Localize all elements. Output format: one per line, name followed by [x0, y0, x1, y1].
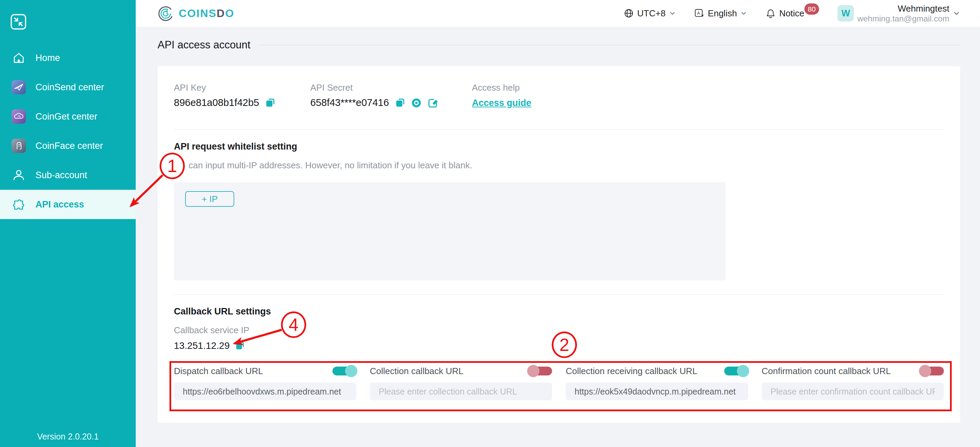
callback-heading: Callback URL settings	[174, 306, 944, 317]
sidebar-item-label: Home	[35, 53, 60, 63]
add-ip-button[interactable]: + IP	[185, 191, 234, 207]
app-version: Version 2.0.20.1	[0, 432, 136, 442]
bell-icon	[765, 8, 776, 18]
whitelist-heading: API request whitelist setting	[174, 141, 944, 152]
callback-service-ip-label: Callback service IP	[174, 325, 944, 336]
sidebar-item-label: CoinSend center	[35, 82, 104, 93]
sidebar-item-label: Sub-account	[35, 170, 87, 181]
coinsdo-logo-mark	[158, 5, 174, 22]
coinface-icon	[11, 138, 27, 154]
whitelist-description: can input multi-IP addresses. However, n…	[189, 160, 944, 171]
sidebar-item-label: CoinFace center	[35, 141, 103, 151]
toggle-knob	[919, 365, 931, 377]
brand-logo[interactable]: COINSDO	[158, 5, 234, 22]
top-header: COINSDO UTC+8 A English	[136, 0, 980, 27]
home-icon	[11, 50, 27, 66]
notice-button[interactable]: Notice 80	[765, 8, 819, 19]
sidebar-item-coinsend[interactable]: CoinSend center	[0, 73, 136, 102]
globe-icon	[624, 8, 634, 18]
dispatch-callback-column: Dispatch callback URL	[174, 365, 356, 400]
translate-icon: A	[694, 8, 705, 18]
user-name: Wehmingtest	[898, 3, 949, 14]
collection-callback-url-input[interactable]	[370, 383, 552, 400]
brand-name: COINSDO	[179, 7, 234, 20]
collection-callback-label: Collection callback URL	[370, 366, 464, 376]
section-divider	[174, 294, 944, 295]
chevron-down-icon	[953, 10, 960, 17]
user-menu[interactable]: W Wehmingtest wehming.tan@gmail.com	[837, 3, 960, 24]
notice-count-badge: 80	[804, 3, 819, 15]
language-selector[interactable]: A English	[694, 8, 747, 19]
chevron-down-icon	[740, 10, 747, 17]
sidebar-item-label: API access	[35, 199, 84, 210]
api-secret-block: API Secret 658f43****e07416	[310, 82, 472, 108]
sidebar-item-label: CoinGet center	[35, 111, 97, 122]
toggle-knob	[737, 365, 749, 377]
reveal-secret-eye-icon[interactable]	[411, 97, 422, 108]
access-help-label: Access help	[472, 82, 531, 93]
api-key-block: API Key 896e81a08b1f42b5	[174, 82, 310, 108]
api-access-icon	[11, 197, 27, 212]
user-info: Wehmingtest wehming.tan@gmail.com	[857, 3, 949, 24]
dispatch-callback-toggle[interactable]	[332, 366, 356, 376]
user-email: wehming.tan@gmail.com	[857, 14, 949, 24]
copy-api-key-icon[interactable]	[265, 97, 275, 108]
avatar: W	[837, 5, 854, 21]
api-secret-value: 658f43****e07416	[310, 97, 389, 108]
coinsend-icon	[11, 79, 27, 95]
copy-service-ip-icon[interactable]	[235, 341, 245, 351]
notice-label: Notice	[779, 8, 804, 19]
toggle-knob	[527, 365, 539, 377]
sidebar-item-coinget[interactable]: CoinGet center	[0, 102, 136, 131]
svg-text:A: A	[697, 11, 700, 16]
api-access-card: API Key 896e81a08b1f42b5 API Secret 658f…	[158, 66, 960, 423]
sidebar-item-coinface[interactable]: CoinFace center	[0, 131, 136, 160]
sidebar-item-api-access[interactable]: API access	[0, 190, 136, 219]
collection-callback-toggle[interactable]	[528, 366, 552, 376]
collection-receiving-callback-label: Collection receiving callback URL	[566, 366, 697, 376]
confirmation-count-callback-toggle[interactable]	[920, 366, 944, 376]
section-divider	[174, 130, 944, 130]
copy-api-secret-icon[interactable]	[395, 97, 406, 108]
sidebar-item-home[interactable]: Home	[0, 43, 136, 73]
collection-receiving-callback-url-input[interactable]	[566, 383, 748, 400]
timezone-label: UTC+8	[637, 8, 666, 19]
collection-callback-column: Collection callback URL	[370, 365, 552, 400]
collapse-icon	[10, 14, 27, 30]
toggle-knob	[345, 365, 357, 377]
sidebar-item-sub-account[interactable]: Sub-account	[0, 160, 136, 190]
dispatch-callback-url-input[interactable]	[174, 383, 356, 400]
main-content: API access account API Key 896e81a08b1f4…	[136, 27, 980, 447]
language-label: English	[708, 8, 737, 19]
sub-account-icon	[11, 167, 27, 183]
ip-whitelist-panel: + IP	[174, 182, 725, 281]
title-divider	[259, 45, 960, 45]
confirmation-count-callback-url-input[interactable]	[762, 383, 944, 400]
callback-service-ip-value: 13.251.12.29	[174, 340, 230, 351]
access-help-block: Access help Access guide	[472, 82, 531, 108]
edit-secret-icon[interactable]	[427, 97, 438, 108]
access-guide-link[interactable]: Access guide	[472, 98, 531, 108]
collection-receiving-callback-column: Collection receiving callback URL	[566, 365, 748, 400]
sidebar: Home CoinSend center CoinGet center Coin…	[0, 0, 136, 447]
dispatch-callback-label: Dispatch callback URL	[174, 366, 263, 376]
confirmation-count-callback-column: Confirmation count callback URL	[762, 365, 944, 400]
collection-receiving-callback-toggle[interactable]	[724, 366, 748, 376]
sidebar-menu: Home CoinSend center CoinGet center Coin…	[0, 43, 136, 219]
api-key-label: API Key	[174, 82, 310, 93]
page-title: API access account	[158, 39, 250, 51]
coinget-icon	[11, 109, 27, 124]
chevron-down-icon	[669, 10, 676, 17]
api-secret-label: API Secret	[310, 82, 472, 93]
confirmation-count-callback-label: Confirmation count callback URL	[762, 366, 891, 376]
timezone-selector[interactable]: UTC+8	[624, 8, 676, 19]
api-key-value: 896e81a08b1f42b5	[174, 97, 259, 108]
sidebar-collapse-button[interactable]	[10, 14, 27, 30]
